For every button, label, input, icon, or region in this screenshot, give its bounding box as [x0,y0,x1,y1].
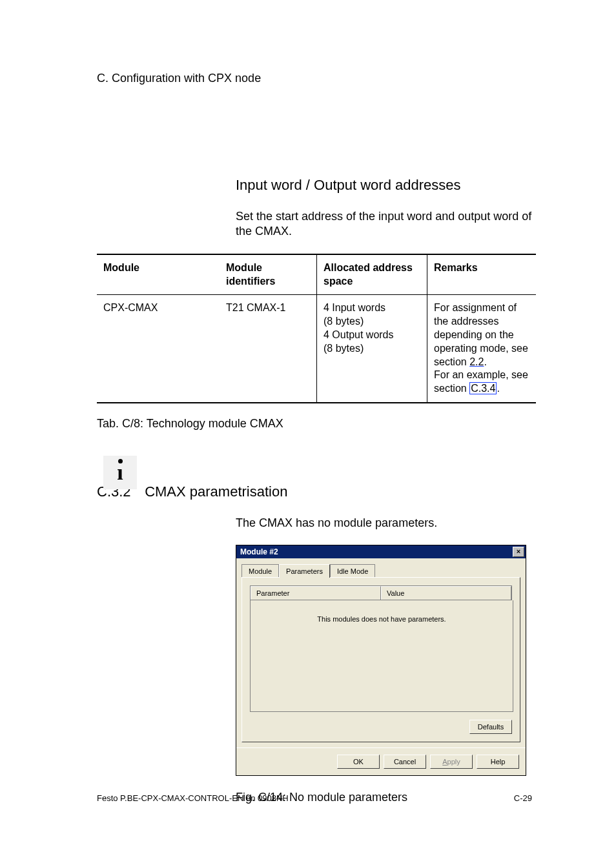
tab-module[interactable]: Module [241,564,279,577]
cancel-button[interactable]: Cancel [384,755,426,769]
close-icon[interactable]: × [513,547,524,557]
info-icon: ı [103,456,137,489]
cell-remarks: For assignment of the addresses dependin… [427,295,537,403]
ref-c34[interactable]: C.3.4 [469,382,497,394]
io-description: Set the start address of the input word … [236,209,532,239]
defaults-button[interactable]: Defaults [469,720,512,734]
cell-identifiers: T21 CMAX-1 [220,295,317,403]
th-space: Allocated address space [317,254,427,295]
table-row: CPX-CMAX T21 CMAX-1 4 Input words (8 byt… [97,295,536,403]
param-empty-message: This modules does not have parameters. [250,600,513,712]
th-identifiers: Module identifiers [220,254,317,295]
footer-left: Festo P.BE-CPX-CMAX-CONTROL-EN en 0908NH [97,793,289,804]
tab-idle-mode[interactable]: Idle Mode [330,564,375,577]
th-module: Module [97,254,220,295]
dialog-title: Module #2 [240,547,278,558]
th-remarks: Remarks [427,254,537,295]
cell-space: 4 Input words (8 bytes) 4 Output words (… [317,295,427,403]
dialog-titlebar: Module #2 × [236,545,526,558]
dialog-button-row: OK Cancel Apply Help [236,747,526,775]
footer-page-number: C-29 [514,793,532,804]
tab-row: Module Parameters Idle Mode [241,564,520,576]
ref-2-2[interactable]: 2.2 [469,356,484,367]
col-parameter[interactable]: Parameter [251,586,381,600]
module-dialog: Module #2 × Module Parameters Idle Mode … [236,545,526,776]
tab-pane: Parameter Value This modules does not ha… [241,577,520,742]
apply-button[interactable]: Apply [430,755,473,769]
table-caption: Tab. C/8: Technology module CMAX [97,416,532,431]
c32-body: The CMAX has no module parameters. [236,516,532,531]
tab-parameters[interactable]: Parameters [279,564,330,577]
cell-module: CPX-CMAX [97,295,220,403]
col-value[interactable]: Value [381,586,511,600]
ok-button[interactable]: OK [337,755,380,769]
module-table: Module Module identifiers Allocated addr… [97,254,536,403]
chapter-label: C. Configuration with CPX node [97,71,532,86]
param-header: Parameter Value [250,585,512,600]
io-heading: Input word / Output word addresses [236,176,532,195]
help-button[interactable]: Help [477,755,519,769]
section-title: CMAX parametrisation [145,483,287,500]
